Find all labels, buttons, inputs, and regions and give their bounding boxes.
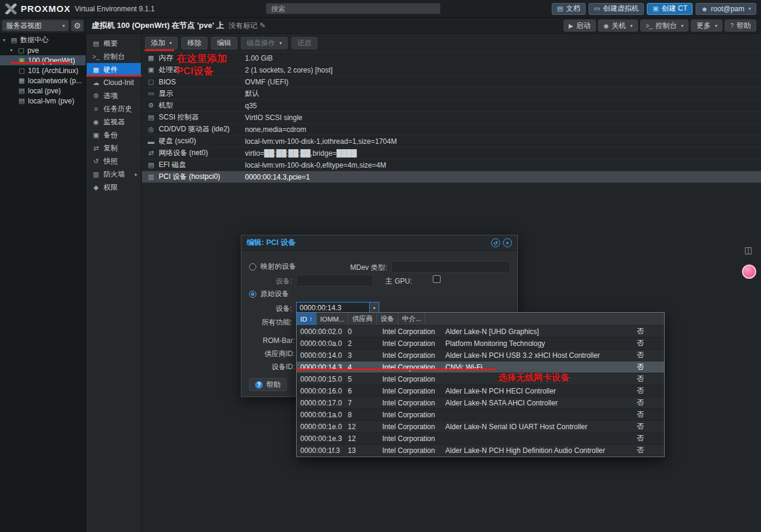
column-header[interactable]: 设备 [377,313,398,325]
tree-item-vm-101[interactable]: ▢ 101 (ArchLinux) [0,65,86,75]
logo-text: PROXMOX [21,4,71,14]
all-functions-label: 所有功能: [241,318,292,326]
device-row[interactable]: 0000:00:1e.3 12 Intel Corporation 否 [297,433,664,445]
columns-icon[interactable]: ◫ [744,245,753,256]
resource-tree: ▾ ▤ 数据中心 ▾ ▢ pve ▣ 100 (OpenWrt) ▢ 101 (… [0,34,86,106]
tags-area[interactable]: 没有标记 ✎ [229,21,266,31]
column-header[interactable]: ID ↑ [297,313,317,325]
hardware-row[interactable]: ▦ 内存 1.00 GiB [142,52,761,64]
device-row[interactable]: 0000:00:1f.3 13 Intel Corporation Alder … [297,445,664,457]
annotation-underline-add [144,49,174,51]
hardware-row[interactable]: ⇄ 网络设备 (net0) virtio=██:██:██:██,bridge=… [142,147,761,159]
tab-console[interactable]: >_ 控制台 [87,50,141,63]
help-button[interactable]: ? 帮助 [725,20,756,32]
tab-task-history[interactable]: ≡ 任务历史 [87,102,141,115]
disk-action-button[interactable]: 磁盘操作 ▾ [241,37,288,49]
gear-icon: ⚙ [74,21,81,30]
hardware-row[interactable]: ⚙ 机型 q35 [142,100,761,112]
device-row[interactable]: 0000:00:0a.0 2 Intel Corporation Platfor… [297,338,664,350]
hardware-row[interactable]: ▤ SCSI 控制器 VirtIO SCSI single [142,112,761,124]
tab-snapshots[interactable]: ↺ 快照 [87,155,141,168]
annotation-add-hint-line1: 在这里添加 [177,52,227,65]
start-button[interactable]: ▶ 启动 [564,20,596,32]
tab-options[interactable]: ⚙ 选项 [87,89,141,102]
hardware-row[interactable]: ▭ 显示 默认 [142,88,761,100]
tab-permissions[interactable]: ◆ 权限 [87,181,141,194]
tab-cloudinit[interactable]: ☁ Cloud-Init [87,76,141,89]
revert-button[interactable]: 还原 [291,37,317,49]
remove-button[interactable]: 移除 [181,37,207,49]
hardware-icon: ▦ [92,66,100,74]
hardware-toolbar: 添加 ▾ 移除 编辑 磁盘操作 ▾ 还原 [142,34,761,52]
tree-item-storage-local-lvm[interactable]: ▤ local-lvm (pve) [0,96,86,106]
tab-summary[interactable]: ▤ 概要 [87,37,141,50]
rom-bar-label: ROM-Bar: [241,336,295,345]
create-vm-button[interactable]: ▭ 创建虚拟机 [589,3,644,15]
hardware-row[interactable]: ▬ 硬盘 (scsi0) local-lvm:vm-100-disk-1,iot… [142,136,761,147]
column-header[interactable]: 中介... [398,313,426,325]
edit-button[interactable]: 编辑 [211,37,237,49]
hardware-row[interactable]: ◎ CD/DVD 驱动器 (ide2) none,media=cdrom [142,124,761,136]
device-row[interactable]: 0000:00:1a.0 8 Intel Corporation 否 [297,409,664,421]
tab-hardware[interactable]: ▦ 硬件 [87,63,141,76]
column-header[interactable]: IOMM... [317,313,349,325]
hardware-row[interactable]: ▥ PCI 设备 (hostpci0) 0000:00:14.3,pcie=1 [142,171,761,183]
tree-settings-button[interactable]: ⚙ [71,20,84,32]
device-row[interactable]: 0000:00:15.0 5 Intel Corporation 否 [297,373,664,385]
column-header[interactable]: 供应商 [348,313,377,325]
device-row[interactable]: 0000:00:17.0 7 Intel Corporation Alder L… [297,397,664,409]
dialog-help-button[interactable]: ? 帮助 [249,378,287,391]
raw-device-radio[interactable]: 原始设备 [249,289,289,299]
terminal-icon: >_ [646,23,652,29]
primary-gpu-checkbox[interactable] [433,275,441,283]
disk-icon: ▬ [147,138,155,145]
network-icon: ▦ [18,77,26,84]
tree-item-pve[interactable]: ▾ ▢ pve [0,45,86,55]
tree-item-vm-100[interactable]: ▣ 100 (OpenWrt) [0,55,86,65]
bios-icon: ▢ [147,78,155,86]
device-id-label: 设备ID: [241,363,295,371]
tab-monitor[interactable]: ◉ 监视器 [87,115,141,128]
hardware-row[interactable]: ▣ 处理器 2 (1 sockets, 2 cores) [host] [142,64,761,76]
console-button[interactable]: >_ 控制台 ▾ [640,20,688,32]
user-menu-button[interactable]: ☻ root@pam ▾ [696,3,756,15]
extension-icon[interactable] [742,265,756,279]
tree-item-storage-local[interactable]: ▤ local (pve) [0,86,86,96]
storage-icon: ▤ [18,87,26,95]
hardware-row[interactable]: ▤ EFI 磁盘 local-lvm:vm-100-disk-0,efitype… [142,159,761,171]
device-row[interactable]: 0000:00:16.0 6 Intel Corporation Alder L… [297,385,664,397]
help-icon: ? [730,23,734,29]
options-icon: ⚙ [92,92,100,100]
undo-icon[interactable]: ↺ [491,238,500,247]
tree-item-datacenter[interactable]: ▾ ▤ 数据中心 [0,35,86,45]
breadcrumb-bar: 虚拟机 100 (OpenWrt) 在节点 'pve' 上 没有标记 ✎ ▶ 启… [87,18,761,34]
search-input[interactable] [266,3,441,14]
close-icon[interactable]: × [503,238,512,247]
view-selector[interactable]: 服务器视图 ▾ [2,20,69,32]
tab-backup[interactable]: ▣ 备份 [87,128,141,141]
device-row[interactable]: 0000:00:14.3 4 Intel Corporation CNVi: W… [297,361,664,373]
tree-item-localnetwork[interactable]: ▦ localnetwork (p... [0,75,86,86]
vm-action-buttons: ▶ 启动 ◉ 关机 ▾ >_ 控制台 ▾ 更多 ▾ ? 帮助 [564,20,756,32]
dialog-title-bar[interactable]: 编辑: PCI 设备 ↺ × [241,235,517,251]
annotation-select-hint: 选择无线网卡设备 [498,372,570,383]
device-row[interactable]: 0000:00:02.0 0 Intel Corporation Alder L… [297,326,664,338]
efi-icon: ▤ [147,161,155,169]
create-ct-button[interactable]: ▣ 创建 CT [647,3,693,15]
mapped-device-radio[interactable]: 映射的设备 [249,262,296,272]
display-icon: ▭ [594,5,600,12]
documentation-button[interactable]: ▤ 文档 [552,3,586,15]
device-row[interactable]: 0000:00:14.0 3 Intel Corporation Alder L… [297,350,664,361]
summary-icon: ▤ [92,40,100,48]
vm-stopped-icon: ▢ [18,67,26,74]
add-button[interactable]: 添加 ▾ [145,37,178,49]
tab-firewall[interactable]: ▥ 防火墙 ▸ [87,168,141,181]
more-button[interactable]: 更多 ▾ [691,20,722,32]
device-row[interactable]: 0000:00:1e.0 12 Intel Corporation Alder … [297,421,664,433]
hardware-row[interactable]: ▢ BIOS OVMF (UEFI) [142,76,761,88]
cube-icon: ▣ [652,5,658,12]
user-icon: ☻ [701,5,708,12]
tab-replication[interactable]: ⇄ 复制 [87,141,141,155]
shutdown-button[interactable]: ◉ 关机 ▾ [598,20,638,32]
scsi-icon: ▤ [147,114,155,121]
